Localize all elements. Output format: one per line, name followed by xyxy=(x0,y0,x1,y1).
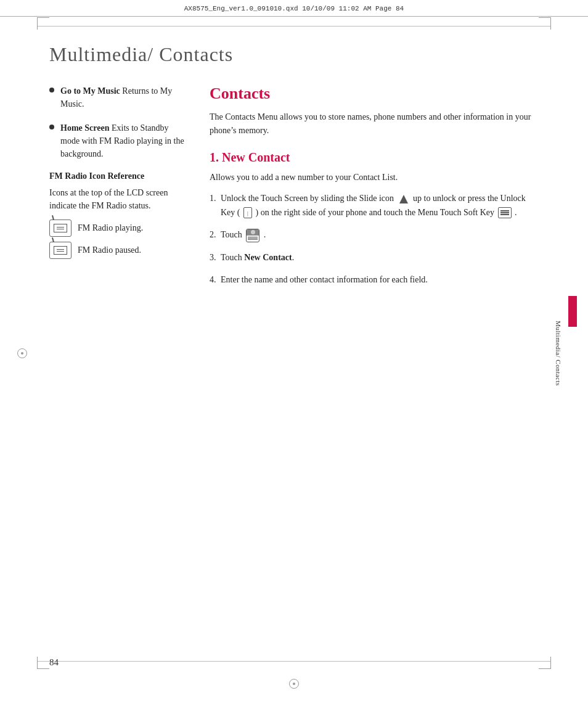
corner-tl xyxy=(37,17,49,30)
corner-tr xyxy=(539,17,551,30)
fm-line-3 xyxy=(57,249,64,250)
fm-paused-icon xyxy=(49,242,71,259)
bullet-home-screen-text: Home Screen Exits to Standby mode with F… xyxy=(60,121,185,160)
corner-br xyxy=(539,657,551,669)
step-1-text: Unlock the Touch Screen by sliding the S… xyxy=(221,192,539,220)
icon-line-3 xyxy=(248,239,258,240)
step-4: 4. Enter the name and other contact info… xyxy=(210,273,539,287)
icon-circle xyxy=(251,230,255,234)
contact-list-icon xyxy=(246,229,259,242)
center-bottom-mark xyxy=(289,679,299,689)
fm-lines-2 xyxy=(57,249,64,252)
left-mid-mark xyxy=(17,348,27,358)
fm-antenna xyxy=(52,215,54,220)
bullet-go-to-music: Go to My Music Returns to My Music. xyxy=(49,84,185,110)
fm-screen xyxy=(54,224,67,232)
header-bar: AX8575_Eng_ver1.0_091010.qxd 10/10/09 11… xyxy=(0,5,588,17)
svg-marker-0 xyxy=(399,195,408,203)
contacts-intro: The Contacts Menu allows you to store na… xyxy=(210,110,539,138)
new-contact-heading: 1. New Contact xyxy=(210,150,539,165)
fm-section-desc: Icons at the top of the LCD screen indic… xyxy=(49,186,185,212)
fm-playing-label: FM Radio playing. xyxy=(78,223,143,233)
slide-icon xyxy=(398,194,409,205)
bullet-home-screen-bold: Home Screen xyxy=(60,123,109,133)
step-1-number: 1. xyxy=(210,192,218,205)
sidebar-label: Multimedia/ Contacts xyxy=(555,321,562,386)
new-contact-intro: Allows you to add a new number to your C… xyxy=(210,171,539,184)
bullet-go-to-music-bold: Go to My Music xyxy=(60,86,120,96)
fm-line-4 xyxy=(57,251,64,252)
icon-lines xyxy=(247,236,259,241)
menu-mid-line xyxy=(500,212,509,213)
step-3-number: 3. xyxy=(210,251,218,265)
fm-screen-2 xyxy=(54,246,67,255)
bottom-rule xyxy=(37,661,551,662)
fm-antenna-2 xyxy=(52,237,54,242)
step-2: 2. Touch . xyxy=(210,228,539,242)
fm-line-2 xyxy=(57,229,64,229)
fm-playing-icon xyxy=(49,220,71,237)
step-3: 3. Touch New Contact. xyxy=(210,251,539,265)
fm-section-title: FM Radio Icon Reference xyxy=(49,171,185,181)
main-content: Multimedia/ Contacts Go to My Music Retu… xyxy=(49,31,539,657)
step-3-text: Touch New Contact. xyxy=(221,251,539,265)
step-4-number: 4. xyxy=(210,273,218,287)
sidebar-container: Multimedia/ Contacts xyxy=(540,123,577,583)
fm-icon-playing-row: FM Radio playing. xyxy=(49,220,185,237)
left-column: Go to My Music Returns to My Music. Home… xyxy=(49,84,185,296)
columns: Go to My Music Returns to My Music. Home… xyxy=(49,84,539,296)
numbered-steps: 1. Unlock the Touch Screen by sliding th… xyxy=(210,192,539,287)
bullet-go-to-music-text: Go to My Music Returns to My Music. xyxy=(60,84,185,110)
bullet-dot xyxy=(49,88,54,92)
bullet-dot-2 xyxy=(49,125,54,129)
sidebar-red-bar xyxy=(568,296,577,327)
corner-bl xyxy=(37,657,49,669)
header-text: AX8575_Eng_ver1.0_091010.qxd 10/10/09 11… xyxy=(184,5,404,12)
top-rule xyxy=(37,26,551,27)
fm-line-1 xyxy=(57,227,64,228)
step-1: 1. Unlock the Touch Screen by sliding th… xyxy=(210,192,539,220)
right-column: Contacts The Contacts Menu allows you to… xyxy=(210,84,539,296)
step-2-number: 2. xyxy=(210,228,218,242)
step-4-text: Enter the name and other contact informa… xyxy=(221,273,539,287)
fm-icon-paused-row: FM Radio paused. xyxy=(49,242,185,259)
icon-line-2 xyxy=(248,238,258,239)
slide-icon-svg xyxy=(398,194,409,205)
bullet-home-screen: Home Screen Exits to Standby mode with F… xyxy=(49,121,185,160)
step-2-text: Touch . xyxy=(221,228,539,242)
fm-lines xyxy=(57,227,64,229)
menu-icon xyxy=(498,207,512,218)
key-icon: | xyxy=(243,207,252,218)
icon-top xyxy=(247,229,259,236)
page-title: Multimedia/ Contacts xyxy=(49,43,539,66)
icon-line-1 xyxy=(248,237,258,237)
step-3-bold: New Contact xyxy=(244,253,292,262)
fm-paused-label: FM Radio paused. xyxy=(78,245,141,255)
contacts-title: Contacts xyxy=(210,84,539,103)
page-number: 84 xyxy=(49,657,59,668)
